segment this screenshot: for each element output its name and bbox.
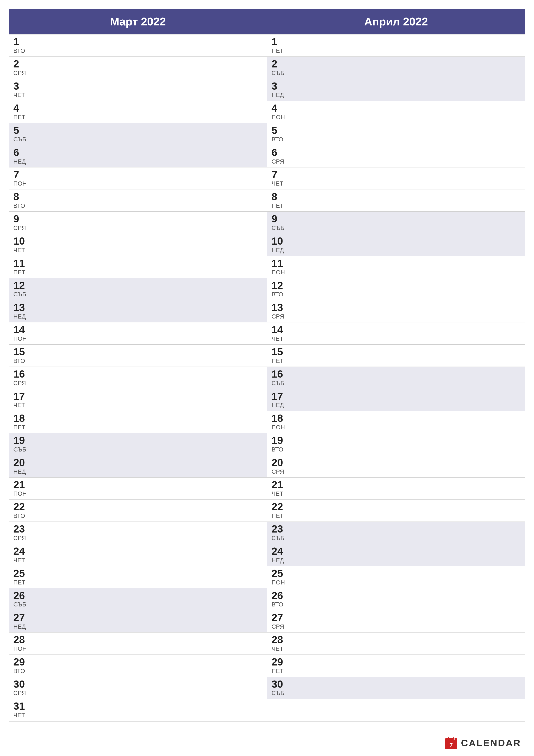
day-row: 6НЕД [9,145,267,168]
day-number: 31 [13,701,263,712]
day-number: 14 [13,324,263,336]
day-number: 27 [271,612,521,623]
day-name: СЪБ [271,690,521,696]
footer: 7 CALENDAR [0,730,534,756]
day-name: ПЕТ [13,424,263,431]
brand-text: CALENDAR [461,738,521,748]
day-number: 28 [13,634,263,646]
svg-rect-4 [448,737,449,740]
day-row: 19СЪБ [9,433,267,455]
day-row: 26ВТО [267,588,525,610]
day-number: 27 [13,612,263,623]
day-row: 16СЪБ [267,367,525,389]
svg-rect-2 [445,741,457,742]
day-number: 16 [13,368,263,380]
day-name: ЧЕТ [13,557,263,564]
day-name: СРЯ [13,535,263,542]
day-row: 5ВТО [267,123,525,145]
day-name: СЪБ [13,136,263,143]
day-number: 19 [13,435,263,446]
day-name: ЧЕТ [271,491,521,497]
day-row: 11ПОН [267,256,525,278]
day-row-empty [267,699,525,721]
day-number: 1 [271,36,521,48]
day-row: 5СЪБ [9,123,267,145]
day-row: 12СЪБ [9,278,267,300]
day-name: СРЯ [271,469,521,475]
month-col-0: Март 20221ВТО2СРЯ3ЧЕТ4ПЕТ5СЪБ6НЕД7ПОН8ВТ… [9,9,267,721]
day-name: СЪБ [13,291,263,298]
day-name: ВТО [271,291,521,298]
day-name: ПЕТ [271,358,521,364]
day-number: 17 [13,391,263,402]
day-name: СРЯ [271,313,521,320]
day-name: ВТО [13,513,263,519]
day-row: 23СЪБ [267,522,525,544]
day-name: ВТО [271,136,521,143]
day-name: ПОН [13,336,263,342]
day-row: 9СЪБ [267,212,525,234]
day-row: 10НЕД [267,234,525,256]
day-name: ЧЕТ [13,402,263,409]
day-number: 6 [13,147,263,158]
day-row: 23СРЯ [9,522,267,544]
day-row: 22ПЕТ [267,500,525,522]
day-row: 28ЧЕТ [267,633,525,655]
day-name: ВТО [271,601,521,608]
day-name: ПОН [13,491,263,497]
day-name: СРЯ [13,70,263,76]
day-number: 20 [271,457,521,469]
day-name: СЪБ [13,601,263,608]
day-row: 15ВТО [9,345,267,367]
day-row: 8ПЕТ [267,189,525,212]
calendar-grid: Март 20221ВТО2СРЯ3ЧЕТ4ПЕТ5СЪБ6НЕД7ПОН8ВТ… [9,9,525,721]
day-name: ПОН [271,269,521,276]
day-number: 9 [13,213,263,225]
day-number: 15 [13,346,263,358]
day-number: 20 [13,457,263,469]
day-row: 4ПОН [267,101,525,123]
day-row: 20СРЯ [267,455,525,477]
day-number: 11 [271,258,521,269]
day-name: ПЕТ [13,114,263,121]
day-name: ВТО [13,358,263,364]
day-row: 26СЪБ [9,588,267,610]
day-name: НЕД [271,402,521,409]
day-number: 21 [13,479,263,491]
day-number: 9 [271,213,521,225]
page: Март 20221ВТО2СРЯ3ЧЕТ4ПЕТ5СЪБ6НЕД7ПОН8ВТ… [0,0,534,756]
day-row: 22ВТО [9,500,267,522]
day-row: 11ПЕТ [9,256,267,278]
day-number: 21 [271,479,521,491]
day-number: 5 [271,125,521,136]
day-number: 10 [271,235,521,247]
day-name: ЧЕТ [13,92,263,98]
day-number: 15 [271,346,521,358]
day-name: ПЕТ [271,668,521,675]
day-row: 24ЧЕТ [9,544,267,566]
brand: 7 CALENDAR [445,737,521,749]
day-row: 7ПОН [9,168,267,190]
day-row: 1ВТО [9,35,267,57]
day-number: 25 [13,568,263,579]
svg-rect-5 [453,737,454,740]
day-number: 1 [13,36,263,48]
day-row: 31ЧЕТ [9,699,267,721]
day-number: 26 [271,590,521,602]
day-row: 14ЧЕТ [267,322,525,345]
day-number: 10 [13,235,263,247]
day-number: 28 [271,634,521,646]
day-row: 1ПЕТ [267,35,525,57]
day-name: НЕД [13,313,263,320]
day-name: ВТО [13,202,263,209]
day-row: 20НЕД [9,455,267,477]
day-number: 22 [271,501,521,513]
day-name: ВТО [271,446,521,453]
day-name: СРЯ [13,380,263,387]
day-name: СРЯ [271,158,521,165]
day-row: 10ЧЕТ [9,234,267,256]
day-number: 11 [13,258,263,269]
day-number: 5 [13,125,263,136]
day-name: ПЕТ [271,513,521,519]
day-number: 26 [13,590,263,602]
